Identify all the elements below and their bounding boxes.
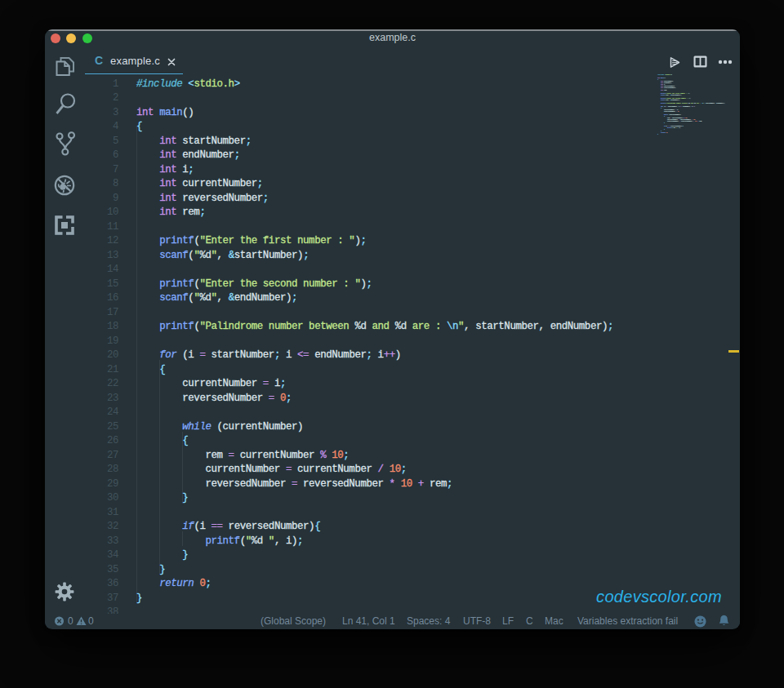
svg-text:0: 0 xyxy=(68,615,74,627)
svg-text:0: 0 xyxy=(88,615,94,627)
